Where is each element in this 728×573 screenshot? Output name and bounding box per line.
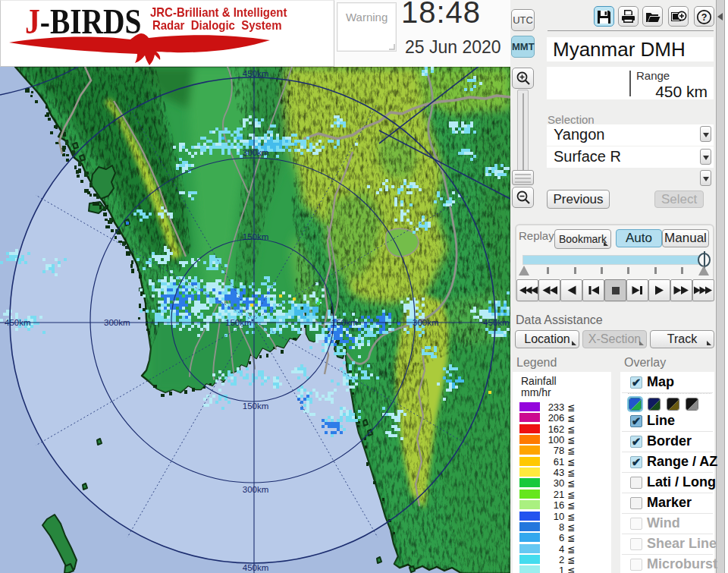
svg-text:300km: 300km xyxy=(243,485,269,494)
svg-text:150km: 150km xyxy=(225,318,252,327)
svg-text:450km: 450km xyxy=(243,563,269,572)
svg-text:300km: 300km xyxy=(243,148,269,157)
svg-text:450km: 450km xyxy=(5,318,31,327)
svg-text:300km: 300km xyxy=(413,318,439,327)
svg-text:150km: 150km xyxy=(243,232,269,241)
svg-text:450km: 450km xyxy=(243,69,269,78)
svg-text:?: ? xyxy=(701,12,708,23)
svg-text:150km: 150km xyxy=(243,401,269,411)
svg-text:450km: 450km xyxy=(483,318,510,327)
svg-text:150km: 150km xyxy=(331,318,358,327)
svg-text:300km: 300km xyxy=(104,318,130,327)
